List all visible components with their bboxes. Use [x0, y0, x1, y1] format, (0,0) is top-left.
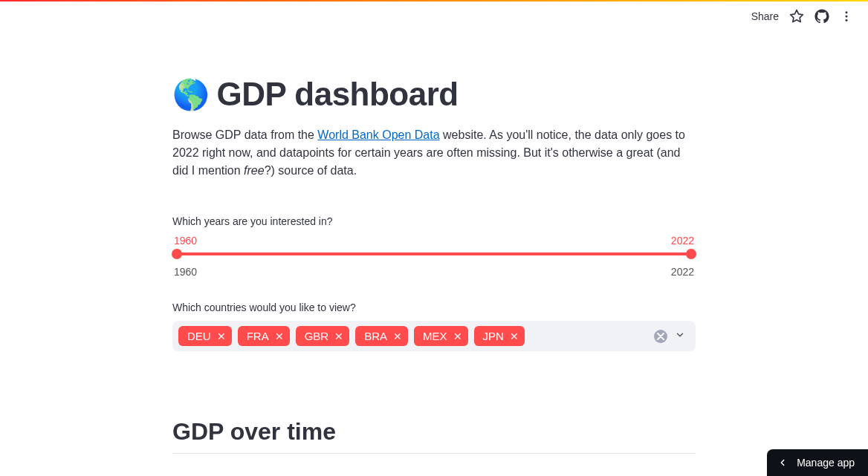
svg-point-1 [846, 11, 848, 13]
page-title-text: GDP dashboard [217, 76, 459, 113]
svg-point-3 [846, 19, 848, 22]
slider-bounds: 1960 2022 [172, 266, 696, 278]
svg-marker-0 [791, 10, 803, 22]
country-tag-label: GBR [305, 330, 329, 342]
world-bank-link[interactable]: World Bank Open Data [317, 128, 439, 141]
share-button[interactable]: Share [751, 10, 779, 22]
page-title: 🌎 GDP dashboard [172, 76, 696, 113]
chevron-down-icon[interactable] [675, 330, 685, 343]
multiselect-actions [654, 330, 690, 343]
app-toolbar: Share [751, 9, 853, 24]
remove-tag-icon[interactable]: ✕ [393, 331, 402, 342]
kebab-menu-icon[interactable] [840, 10, 853, 23]
country-tag-label: FRA [247, 330, 269, 342]
globe-emoji: 🌎 [172, 79, 210, 109]
country-tag: GBR✕ [296, 326, 350, 346]
slider-track[interactable] [172, 248, 696, 260]
country-tag-label: DEU [187, 330, 211, 342]
country-tag-label: BRA [364, 330, 387, 342]
star-icon[interactable] [789, 9, 804, 24]
country-tag: MEX✕ [414, 326, 468, 346]
manage-app-button[interactable]: Manage app [767, 449, 868, 476]
remove-tag-icon[interactable]: ✕ [275, 331, 284, 342]
country-tag: FRA✕ [238, 326, 290, 346]
slider-selected-values: 1960 2022 [172, 235, 696, 247]
chevron-left-icon [777, 457, 788, 468]
github-icon[interactable] [814, 9, 829, 24]
country-tag: BRA✕ [355, 326, 408, 346]
main-content: 🌎 GDP dashboard Browse GDP data from the… [172, 1, 696, 454]
year-slider: Which years are you interested in? 1960 … [172, 215, 696, 278]
slider-thumb-left[interactable] [172, 249, 182, 259]
country-tag-label: JPN [483, 330, 504, 342]
slider-value-min: 1960 [174, 235, 197, 247]
remove-tag-icon[interactable]: ✕ [510, 331, 519, 342]
svg-point-2 [846, 16, 848, 18]
slider-thumb-right[interactable] [686, 249, 696, 259]
intro-paragraph: Browse GDP data from the World Bank Open… [172, 126, 696, 180]
slider-track-line [177, 252, 691, 255]
clear-all-icon[interactable] [654, 330, 667, 343]
countries-multiselect[interactable]: DEU✕ FRA✕ GBR✕ BRA✕ MEX✕ JPN✕ [172, 321, 696, 351]
countries-label: Which countries would you like to view? [172, 301, 696, 313]
slider-bound-min: 1960 [174, 266, 197, 278]
intro-emphasis: free [244, 164, 265, 177]
year-slider-label: Which years are you interested in? [172, 215, 696, 227]
country-tag-label: MEX [423, 330, 447, 342]
intro-text-c: ?) source of data. [265, 164, 357, 177]
manage-app-label: Manage app [797, 457, 855, 469]
remove-tag-icon[interactable]: ✕ [334, 331, 343, 342]
remove-tag-icon[interactable]: ✕ [453, 331, 462, 342]
slider-value-max: 2022 [671, 235, 694, 247]
slider-bound-max: 2022 [671, 266, 694, 278]
country-tag: DEU✕ [178, 326, 232, 346]
remove-tag-icon[interactable]: ✕ [217, 331, 226, 342]
country-tag: JPN✕ [474, 326, 525, 346]
intro-text-a: Browse GDP data from the [172, 128, 317, 141]
section-gdp-over-time: GDP over time [172, 418, 696, 454]
